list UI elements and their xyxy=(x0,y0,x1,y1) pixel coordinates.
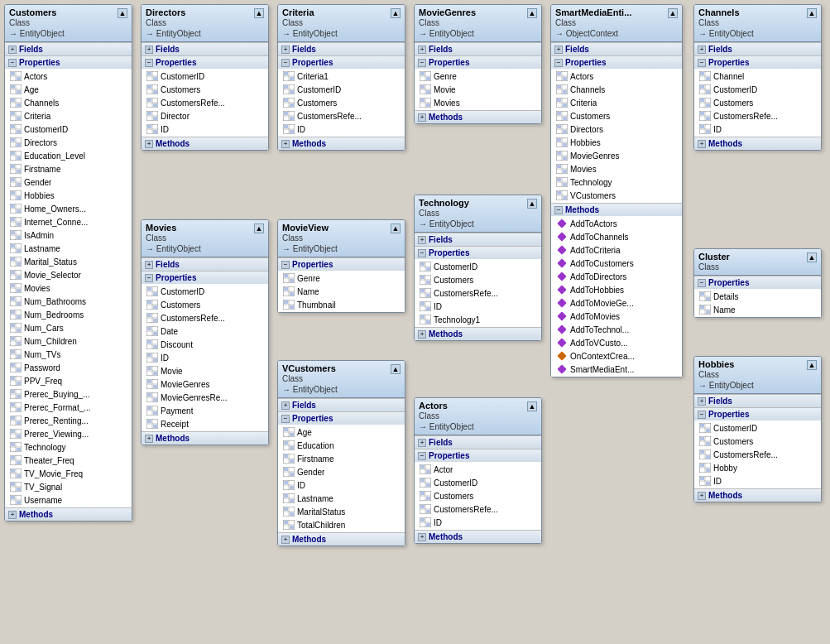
card-expand-button[interactable]: ▲ xyxy=(254,8,264,18)
card-expand-button[interactable]: ▲ xyxy=(391,223,401,233)
section-header[interactable]: −Properties xyxy=(694,408,821,421)
card-expand-button[interactable]: ▲ xyxy=(254,223,264,233)
list-item[interactable]: Firstname xyxy=(5,162,132,175)
section-header[interactable]: +Fields xyxy=(415,436,541,449)
section-header[interactable]: +Methods xyxy=(142,137,268,150)
section-toggle[interactable]: − xyxy=(145,59,153,67)
list-item[interactable]: AddToChannels xyxy=(551,230,682,243)
card-expand-button[interactable]: ▲ xyxy=(668,8,678,18)
list-item[interactable]: Payment xyxy=(142,404,268,417)
section-header[interactable]: −Properties xyxy=(694,276,821,289)
section-toggle[interactable]: + xyxy=(281,140,290,148)
section-header[interactable]: +Fields xyxy=(551,43,682,55)
list-item[interactable]: CustomerID xyxy=(694,421,821,435)
list-item[interactable]: Criteria xyxy=(551,96,682,109)
list-item[interactable]: Num_Cars xyxy=(5,321,132,334)
list-item[interactable]: VCustomers xyxy=(551,189,682,202)
section-header[interactable]: +Methods xyxy=(415,531,541,543)
list-item[interactable]: Customers xyxy=(278,96,405,109)
card-expand-button[interactable]: ▲ xyxy=(807,252,817,262)
list-item[interactable]: Num_TVs xyxy=(5,348,132,361)
section-toggle[interactable]: − xyxy=(698,59,706,67)
list-item[interactable]: Receipt xyxy=(142,417,268,430)
list-item[interactable]: Hobbies xyxy=(551,136,682,149)
list-item[interactable]: CustomersRefe... xyxy=(694,448,821,461)
list-item[interactable]: Discount xyxy=(142,338,268,351)
card-expand-button[interactable]: ▲ xyxy=(118,8,127,18)
section-toggle[interactable]: − xyxy=(8,59,17,67)
section-toggle[interactable]: + xyxy=(8,511,17,519)
section-toggle[interactable]: − xyxy=(281,261,290,269)
section-header[interactable]: +Fields xyxy=(278,43,405,55)
card-expand-button[interactable]: ▲ xyxy=(807,8,817,18)
section-toggle[interactable]: − xyxy=(418,452,426,460)
list-item[interactable]: CustomersRefe... xyxy=(415,286,541,300)
section-toggle[interactable]: + xyxy=(554,46,563,54)
section-header[interactable]: +Fields xyxy=(694,395,821,407)
list-item[interactable]: Customers xyxy=(415,489,541,502)
list-item[interactable]: ID xyxy=(278,478,405,492)
section-header[interactable]: −Properties xyxy=(142,272,268,284)
section-header[interactable]: +Methods xyxy=(415,328,541,340)
section-toggle[interactable]: − xyxy=(281,415,290,423)
list-item[interactable]: AddToVCusto... xyxy=(551,336,682,349)
list-item[interactable]: Internet_Conne... xyxy=(5,215,132,228)
list-item[interactable]: AddToMovies xyxy=(551,310,682,323)
section-header[interactable]: −Properties xyxy=(415,247,541,259)
section-header[interactable]: +Fields xyxy=(415,43,541,55)
list-item[interactable]: ID xyxy=(415,300,541,313)
list-item[interactable]: Prerec_Viewing... xyxy=(5,427,132,440)
list-item[interactable]: Customers xyxy=(551,109,682,123)
list-item[interactable]: Channels xyxy=(551,83,682,96)
list-item[interactable]: Name xyxy=(694,303,821,316)
list-item[interactable]: Age xyxy=(278,425,405,439)
section-toggle[interactable]: − xyxy=(554,59,563,67)
list-item[interactable]: Education xyxy=(278,439,405,452)
list-item[interactable]: CustomerID xyxy=(415,260,541,273)
section-toggle[interactable]: + xyxy=(698,397,706,406)
list-item[interactable]: Genre xyxy=(415,70,541,83)
list-item[interactable]: Criteria1 xyxy=(278,70,405,83)
section-toggle[interactable]: − xyxy=(554,206,563,214)
section-toggle[interactable]: + xyxy=(418,330,426,339)
list-item[interactable]: Date xyxy=(142,324,268,338)
list-item[interactable]: Username xyxy=(5,493,132,507)
list-item[interactable]: MovieGenres xyxy=(142,377,268,391)
list-item[interactable]: CustomersRefe... xyxy=(415,502,541,516)
list-item[interactable]: Actors xyxy=(551,70,682,83)
list-item[interactable]: Movies xyxy=(551,162,682,175)
section-toggle[interactable]: − xyxy=(281,59,290,67)
section-header[interactable]: +Methods xyxy=(694,489,821,502)
section-toggle[interactable]: + xyxy=(145,46,153,54)
section-header[interactable]: +Methods xyxy=(142,432,268,445)
section-header[interactable]: +Fields xyxy=(142,43,268,55)
list-item[interactable]: Num_Bedrooms xyxy=(5,308,132,321)
list-item[interactable]: TV_Signal xyxy=(5,480,132,493)
list-item[interactable]: Firstname xyxy=(278,452,405,465)
section-header[interactable]: −Properties xyxy=(551,56,682,69)
section-header[interactable]: +Fields xyxy=(415,233,541,246)
list-item[interactable]: CustomersRefe... xyxy=(694,109,821,123)
list-item[interactable]: PPV_Freq xyxy=(5,374,132,387)
list-item[interactable]: Name xyxy=(278,285,405,298)
list-item[interactable]: Lastname xyxy=(278,492,405,505)
section-header[interactable]: −Methods xyxy=(551,204,682,216)
section-header[interactable]: +Methods xyxy=(694,137,821,150)
list-item[interactable]: Prerec_Buying_... xyxy=(5,387,132,401)
list-item[interactable]: ID xyxy=(694,474,821,488)
section-toggle[interactable]: + xyxy=(281,536,290,544)
card-expand-button[interactable]: ▲ xyxy=(527,401,537,411)
section-toggle[interactable]: + xyxy=(145,140,153,148)
list-item[interactable]: Actors xyxy=(5,70,132,83)
list-item[interactable]: Criteria xyxy=(5,109,132,123)
list-item[interactable]: Gender xyxy=(5,175,132,189)
section-header[interactable]: −Properties xyxy=(278,258,405,271)
section-header[interactable]: +Methods xyxy=(278,533,405,545)
section-toggle[interactable]: − xyxy=(418,59,426,67)
list-item[interactable]: Password xyxy=(5,361,132,374)
list-item[interactable]: Movies xyxy=(5,281,132,295)
list-item[interactable]: MaritalStatus xyxy=(278,505,405,518)
section-toggle[interactable]: − xyxy=(418,249,426,257)
list-item[interactable]: AddToDirectors xyxy=(551,270,682,283)
section-header[interactable]: −Properties xyxy=(278,412,405,425)
